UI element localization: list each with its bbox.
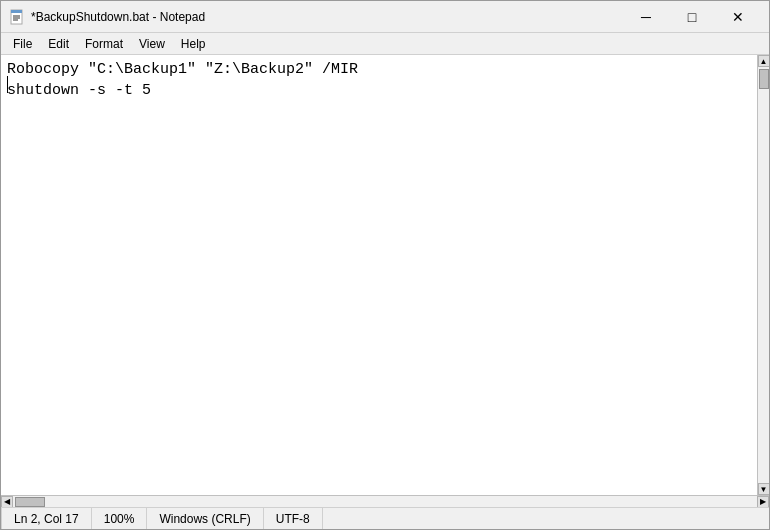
window-title: *BackupShutdown.bat - Notepad: [31, 10, 623, 24]
window-controls: ─ □ ✕: [623, 1, 761, 33]
menu-file[interactable]: File: [5, 33, 40, 55]
svg-rect-1: [11, 10, 22, 13]
vertical-scrollbar[interactable]: ▲ ▼: [757, 55, 769, 495]
close-button[interactable]: ✕: [715, 1, 761, 33]
maximize-button[interactable]: □: [669, 1, 715, 33]
editor-content[interactable]: Robocopy "C:\Backup1" "Z:\Backup2" /MIR …: [1, 55, 757, 495]
scroll-right-arrow[interactable]: ▶: [757, 496, 769, 508]
title-bar: *BackupShutdown.bat - Notepad ─ □ ✕: [1, 1, 769, 33]
scroll-thumb-v[interactable]: [759, 69, 769, 89]
notepad-window: *BackupShutdown.bat - Notepad ─ □ ✕ File…: [0, 0, 770, 530]
zoom-level: 100%: [92, 508, 148, 529]
menu-bar: File Edit Format View Help: [1, 33, 769, 55]
menu-view[interactable]: View: [131, 33, 173, 55]
scroll-up-arrow[interactable]: ▲: [758, 55, 770, 67]
scroll-down-arrow[interactable]: ▼: [758, 483, 770, 495]
scroll-track-v[interactable]: [758, 67, 769, 483]
status-bar: Ln 2, Col 17 100% Windows (CRLF) UTF-8: [1, 507, 769, 529]
cursor-position: Ln 2, Col 17: [1, 508, 92, 529]
menu-help[interactable]: Help: [173, 33, 214, 55]
editor-area[interactable]: Robocopy "C:\Backup1" "Z:\Backup2" /MIR …: [1, 55, 769, 495]
scroll-thumb-h[interactable]: [15, 497, 45, 507]
menu-edit[interactable]: Edit: [40, 33, 77, 55]
scroll-left-arrow[interactable]: ◀: [1, 496, 13, 508]
scroll-track-h[interactable]: [13, 496, 757, 507]
line-ending: Windows (CRLF): [147, 508, 263, 529]
menu-format[interactable]: Format: [77, 33, 131, 55]
horizontal-scrollbar[interactable]: ◀ ▶: [1, 495, 769, 507]
encoding: UTF-8: [264, 508, 323, 529]
notepad-icon: [9, 9, 25, 25]
minimize-button[interactable]: ─: [623, 1, 669, 33]
text-cursor: [7, 76, 8, 93]
